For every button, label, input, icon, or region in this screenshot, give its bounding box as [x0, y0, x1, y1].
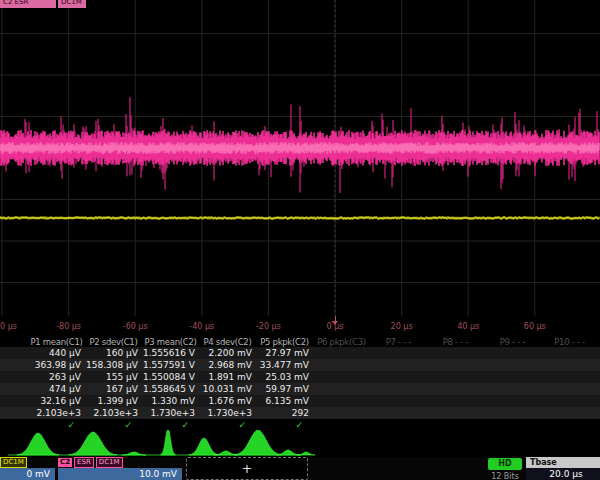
time-tick-label: -20 µs	[256, 322, 281, 331]
time-tick-label: 40 µs	[457, 322, 479, 331]
trace-descriptor-badge-coupling[interactable]: DC1M	[58, 0, 86, 8]
measure-value: 33.477 mV	[256, 360, 313, 370]
timebase-axis: -100 µs-80 µs-60 µs-40 µs-20 µs0 µs20 µs…	[0, 316, 600, 336]
c2-coupling-tag: DC1M	[96, 457, 123, 468]
measure-row: 440 µV160 µV1.555616 V2.200 mV27.97 mV	[0, 347, 600, 359]
waveform-grid: C2 ESR DC1M	[0, 0, 600, 317]
measure-value: 1.558645 V	[142, 384, 199, 394]
measure-value: 1.399 µV	[85, 396, 142, 406]
measure-value: 6.135 mV	[256, 396, 313, 406]
measure-value: 363.98 µV	[28, 360, 85, 370]
measure-value: 1.730e+3	[142, 408, 199, 418]
measure-value: 292	[256, 408, 313, 418]
time-tick-label: 60 µs	[524, 322, 546, 331]
measure-value: 1.550084 V	[142, 372, 199, 382]
measure-header-3[interactable]: P3 mean(C2)	[142, 337, 199, 347]
bottom-toolbar: DC1M 0 mV C2 ESR DC1M 10.0 mV + HD 12 Bi…	[0, 457, 600, 480]
measure-row: 474 µV167 µV1.558645 V10.031 mV59.97 mV	[0, 383, 600, 395]
measure-value: 167 µV	[85, 384, 142, 394]
histogram-peak	[122, 452, 146, 455]
measure-value: 155 µV	[85, 372, 142, 382]
timebase-value: 20.0 µs	[526, 468, 600, 480]
histogram-peak	[17, 433, 59, 455]
measure-value: 1.730e+3	[199, 408, 256, 418]
c1-coupling-tag: DC1M	[0, 457, 27, 468]
measure-row: 2.103e+32.103e+31.730e+31.730e+3292	[0, 407, 600, 419]
measure-value: 1.676 mV	[199, 396, 256, 406]
measure-value: 1.557591 V	[142, 360, 199, 370]
status-check-icon: ✓	[199, 420, 256, 430]
measure-value: 158.308 µV	[85, 360, 142, 370]
measure-value: 10.031 mV	[199, 384, 256, 394]
measure-header-8[interactable]: P8 - - -	[427, 337, 484, 347]
measure-header-1[interactable]: P1 mean(C1)	[28, 337, 85, 347]
measure-value: 440 µV	[28, 348, 85, 358]
measure-row: 263 µV155 µV1.550084 V1.891 mV25.03 mV	[0, 371, 600, 383]
measure-value: 1.891 mV	[199, 372, 256, 382]
measure-header-4[interactable]: P4 sdev(C2)	[199, 337, 256, 347]
measure-value: 59.97 mV	[256, 384, 313, 394]
measurement-table: P1 mean(C1)P2 sdev(C1)P3 mean(C2)P4 sdev…	[0, 336, 600, 430]
timebase-title: Tbase	[526, 457, 600, 468]
trace-descriptor-badge-c2[interactable]: C2 ESR	[0, 0, 56, 8]
time-tick-label: 0 µs	[327, 322, 344, 331]
measure-header-9[interactable]: P9 - - -	[484, 337, 541, 347]
measure-value: 2.968 mV	[199, 360, 256, 370]
channel-descriptor-c2[interactable]: C2 ESR DC1M 10.0 mV	[58, 457, 182, 480]
status-check-icon: ✓	[85, 420, 142, 430]
measure-value: 1.555616 V	[142, 348, 199, 358]
measure-row: 32.16 µV1.399 µV1.330 mV1.676 mV6.135 mV	[0, 395, 600, 407]
measure-row: 363.98 µV158.308 µV1.557591 V2.968 mV33.…	[0, 359, 600, 371]
measure-status-row: ✓✓✓✓✓	[0, 419, 600, 430]
measure-value: 2.200 mV	[199, 348, 256, 358]
time-tick-label: -100 µs	[0, 322, 17, 331]
measure-value: 2.103e+3	[85, 408, 142, 418]
measure-value: 1.330 mV	[142, 396, 199, 406]
histogram-peak	[69, 432, 117, 455]
histogram-peak	[161, 430, 176, 455]
histogram-peak	[214, 451, 238, 455]
hd-mode-badge[interactable]: HD	[488, 458, 522, 470]
measure-value: 263 µV	[28, 372, 85, 382]
measure-value: 160 µV	[85, 348, 142, 358]
c1-vertical-scale: 0 mV	[0, 468, 55, 480]
measure-header-2[interactable]: P2 sdev(C1)	[85, 337, 142, 347]
measure-value: 2.103e+3	[28, 408, 85, 418]
hd-bits-label: 12 Bits	[482, 472, 528, 480]
measure-header-5[interactable]: P5 pkpk(C2)	[256, 337, 313, 347]
measure-header-row: P1 mean(C1)P2 sdev(C1)P3 mean(C2)P4 sdev…	[0, 336, 600, 347]
measure-value: 25.03 mV	[256, 372, 313, 382]
histogram-peak	[234, 430, 282, 455]
oscilloscope-screen: C2 ESR DC1M -100 µs-80 µs-60 µs-40 µs-20…	[0, 0, 600, 480]
measure-value: 474 µV	[28, 384, 85, 394]
status-check-icon: ✓	[28, 420, 85, 430]
time-tick-label: -40 µs	[189, 322, 214, 331]
measure-value: 27.97 mV	[256, 348, 313, 358]
time-tick-label: -60 µs	[123, 322, 148, 331]
measure-header-6[interactable]: P6 pkpk(C3)	[313, 337, 370, 347]
timebase-descriptor[interactable]: Tbase 20.0 µs	[526, 457, 600, 480]
status-check-icon: ✓	[256, 420, 313, 430]
measurement-histogram	[0, 430, 600, 457]
waveform-traces	[0, 0, 600, 316]
histogram-peak	[297, 452, 315, 455]
time-tick-label: -80 µs	[56, 322, 81, 331]
time-tick-label: 20 µs	[391, 322, 413, 331]
histogram-peak	[189, 438, 219, 455]
c2-label-tag: C2	[58, 458, 72, 467]
status-check-icon: ✓	[142, 420, 199, 430]
measure-header-10[interactable]: P10 - - -	[541, 337, 598, 347]
measure-header-7[interactable]: P7 - - -	[370, 337, 427, 347]
channel-descriptor-c1[interactable]: DC1M 0 mV	[0, 457, 55, 480]
c2-vertical-scale: 10.0 mV	[58, 468, 182, 480]
c2-esr-tag: ESR	[74, 457, 94, 468]
measure-value: 32.16 µV	[28, 396, 85, 406]
add-trace-button[interactable]: +	[186, 457, 308, 480]
histogram-peak	[276, 450, 300, 455]
